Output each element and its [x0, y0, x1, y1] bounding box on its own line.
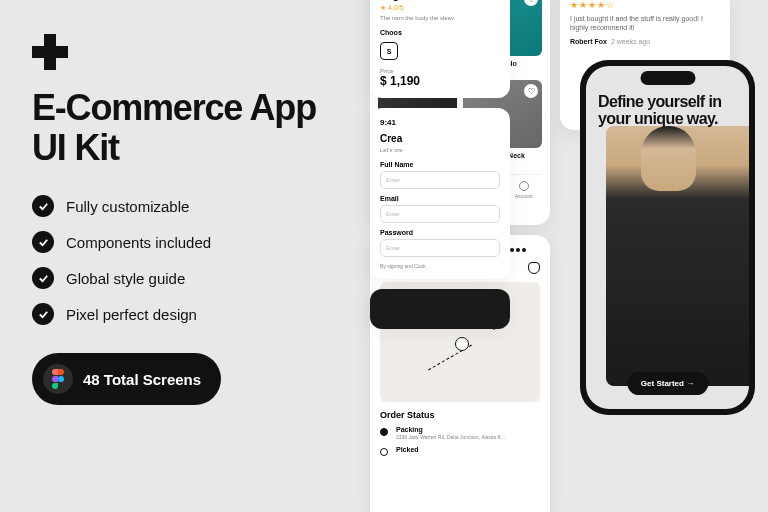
price-value: $ 1,190 — [380, 74, 500, 88]
bell-icon[interactable] — [528, 262, 540, 274]
feature-list: Fully customizable Components included G… — [32, 195, 352, 325]
fullname-field[interactable]: Enter — [380, 171, 500, 189]
hero-title: E-Commerce App UI Kit — [32, 88, 352, 167]
review-text: I just bought it and the stuff is really… — [570, 14, 720, 32]
cta-button[interactable]: 48 Total Screens — [32, 353, 221, 405]
email-field[interactable]: Enter — [380, 205, 500, 223]
choose-label: Choos — [380, 29, 500, 36]
check-icon — [32, 195, 54, 217]
terms-text: By signing and Cook — [380, 263, 500, 270]
figma-icon — [43, 364, 73, 394]
hero-image — [606, 126, 749, 386]
product-rating: ★ 4.0/5 — [380, 4, 500, 12]
cta-label: 48 Total Screens — [83, 371, 201, 388]
tab-account[interactable]: Account — [515, 181, 533, 199]
check-icon — [32, 231, 54, 253]
signup-title: Crea — [380, 133, 500, 144]
password-field[interactable]: Enter — [380, 239, 500, 257]
product-desc: The nam the body the sleev — [380, 15, 500, 23]
feature-text: Fully customizable — [66, 198, 189, 215]
dark-panel — [370, 289, 510, 329]
heart-icon[interactable]: ♡ — [524, 84, 538, 98]
star-rating: ★★★★☆ — [570, 0, 720, 10]
product-detail-panel: Regul ★ 4.0/5 The nam the body the sleev… — [370, 0, 510, 98]
product-title: Regul — [380, 0, 500, 1]
check-icon — [32, 303, 54, 325]
status-time: 9:41 — [380, 118, 500, 127]
feature-text: Global style guide — [66, 270, 185, 287]
feature-text: Components included — [66, 234, 211, 251]
status-icons — [510, 247, 540, 253]
feature-text: Pixel perfect design — [66, 306, 197, 323]
get-started-button[interactable]: Get Started → — [627, 372, 708, 395]
svg-point-0 — [58, 376, 64, 382]
phone-mockup: Define yourself in your unique way. Get … — [580, 60, 755, 415]
phone-notch — [640, 71, 695, 85]
size-option[interactable]: S — [380, 42, 398, 60]
brand-logo — [32, 30, 72, 70]
hero-slogan: Define yourself in your unique way. — [598, 94, 749, 128]
check-icon — [32, 267, 54, 289]
signup-panel: 9:41 Crea Let's cre Full Name Enter Emai… — [370, 108, 510, 279]
review-author: Robert Fox2 weeks ago — [570, 38, 720, 45]
